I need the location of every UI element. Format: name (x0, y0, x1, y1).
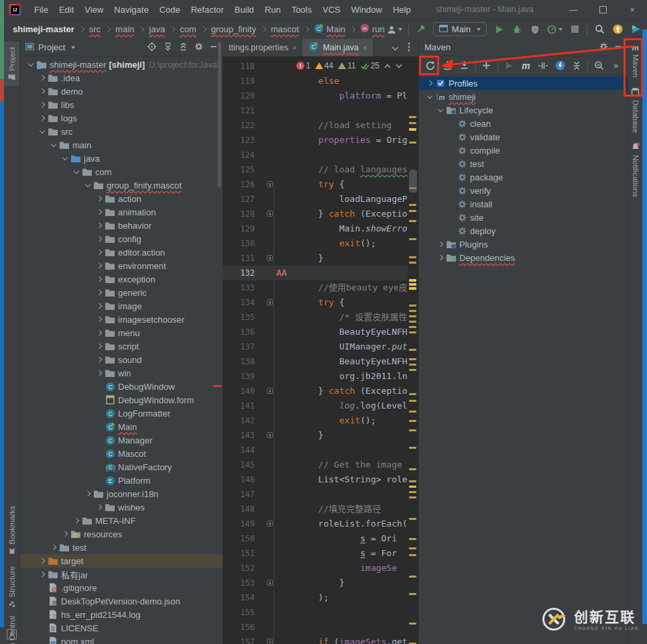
project-item-editor-action[interactable]: editor.action (20, 246, 223, 259)
project-item-wishes[interactable]: wishes (20, 500, 223, 514)
code-line-133[interactable]: 133 //使用beauty eye皮肤 (223, 280, 418, 295)
chevron-down-icon[interactable] (392, 43, 399, 53)
code-line-142[interactable]: 142 exit(); (223, 413, 418, 428)
project-item--idea[interactable]: .idea (20, 71, 223, 85)
breadcrumb-item-mascot[interactable]: mascot (269, 23, 301, 35)
tree-chevron-icon[interactable] (94, 317, 104, 321)
reload-all-maven-projects-icon[interactable] (422, 58, 438, 73)
tree-chevron-icon[interactable] (71, 170, 81, 173)
code-line-144[interactable]: 144 (223, 443, 418, 458)
plugin-logo-icon[interactable] (630, 22, 642, 37)
inspection-warning[interactable]: 44 (315, 61, 333, 70)
profiler-icon[interactable] (547, 22, 563, 37)
tree-chevron-icon[interactable] (82, 184, 93, 186)
project-item-animation[interactable]: animation (20, 205, 223, 219)
tree-chevron-icon[interactable] (424, 81, 434, 85)
tree-chevron-icon[interactable] (37, 103, 47, 107)
code-editor[interactable]: !1441125 118119 else120 platform = Plat1… (223, 56, 418, 644)
menu-item-edit[interactable]: Edit (54, 2, 79, 17)
project-item-src[interactable]: src (20, 125, 223, 138)
project-item--gitignore[interactable]: .gitignore (20, 581, 223, 594)
code-line-152[interactable]: 152 imageSe (223, 561, 418, 576)
tree-chevron-icon[interactable] (37, 130, 47, 133)
sidebar-tab-database[interactable]: Database (628, 83, 642, 138)
code-line-120[interactable]: 120 platform = Plat (223, 89, 418, 103)
project-item-platform[interactable]: EPlatform (20, 474, 223, 487)
breadcrumb-item-src[interactable]: src (87, 23, 103, 35)
build-hammer-icon[interactable] (415, 22, 427, 37)
menu-item-help[interactable]: Help (388, 2, 416, 17)
menu-item-vcs[interactable]: VCS (317, 2, 346, 17)
tree-chevron-icon[interactable] (37, 89, 47, 93)
tree-chevron-icon[interactable] (82, 492, 93, 496)
fold-end-icon[interactable]: ∧ (267, 255, 273, 261)
locate-file-icon[interactable] (147, 42, 157, 54)
tree-chevron-icon[interactable] (94, 223, 104, 227)
maven-settings-icon[interactable] (552, 58, 568, 73)
project-item-com[interactable]: com (20, 165, 223, 178)
toggle-skip-tests-icon[interactable] (535, 58, 551, 73)
tree-chevron-icon[interactable] (60, 157, 70, 160)
tree-chevron-icon[interactable] (48, 545, 58, 549)
project-item-nativefactory[interactable]: (C)NativeFactory (20, 460, 223, 474)
code-line-123[interactable]: 123 properties = Origin (223, 133, 418, 148)
execute-maven-goal-icon[interactable]: m (518, 58, 534, 73)
project-panel-title[interactable]: Project (38, 42, 65, 52)
menu-item-navigate[interactable]: Navigate (109, 2, 154, 17)
inspection-error[interactable]: !1 (296, 61, 310, 70)
tree-chevron-icon[interactable] (94, 210, 104, 214)
project-item-meta-inf[interactable]: META-INF (20, 514, 223, 527)
menu-item-code[interactable]: Code (154, 2, 186, 17)
code-line-151[interactable]: 151 s = For (223, 546, 418, 561)
add-maven-project-icon[interactable] (479, 58, 495, 73)
inspection-widget[interactable]: !1441125 (296, 59, 402, 72)
project-item-logformatter[interactable]: CLogFormatter (20, 407, 223, 420)
project-item-sound[interactable]: sound (20, 353, 223, 366)
project-item-generic[interactable]: generic (20, 286, 223, 299)
project-item-debugwindow[interactable]: CDebugWindow (20, 380, 223, 393)
maven-item-site[interactable]: site (419, 211, 628, 224)
code-line-131[interactable]: 131∧ } (223, 251, 418, 266)
code-line-150[interactable]: 150 s = Ori (223, 531, 418, 546)
project-item-action[interactable]: action (20, 192, 223, 205)
code-line-148[interactable]: 148 //填充完整路径 (223, 502, 418, 517)
tree-chevron-icon[interactable] (37, 572, 47, 576)
code-line-121[interactable]: 121 (223, 103, 418, 118)
breadcrumb-item-run[interactable]: mrun (358, 23, 387, 36)
sidebar-tab-project[interactable]: Project (4, 42, 19, 86)
code-line-139[interactable]: 139 org.jb2011.lnf (223, 369, 418, 384)
project-item-pom-xml[interactable]: mpom.xml (20, 635, 223, 644)
project-item-menu[interactable]: menu (20, 326, 223, 339)
fold-expand-icon[interactable]: ∨ (267, 299, 273, 305)
menu-item-file[interactable]: File (29, 2, 54, 17)
menu-item-run[interactable]: Run (259, 2, 286, 17)
error-stripe[interactable] (408, 74, 418, 644)
code-line-141[interactable]: 141 log.log(Level.S (223, 398, 418, 413)
project-item-environment[interactable]: environment (20, 259, 223, 272)
collapse-all-icon[interactable] (179, 42, 188, 53)
tree-chevron-icon[interactable] (94, 277, 104, 281)
more-icon[interactable]: » (608, 58, 624, 73)
search-everywhere-icon[interactable] (593, 22, 605, 37)
project-item-libs[interactable]: libs (20, 98, 223, 111)
code-line-128[interactable]: 128∧ } catch (Exception (223, 207, 418, 221)
code-line-126[interactable]: 126∨ try { (223, 177, 418, 192)
code-line-153[interactable]: 153∧ } (223, 576, 418, 590)
tree-chevron-icon[interactable] (94, 237, 104, 241)
code-line-140[interactable]: 140∨ } catch (Exception (223, 384, 418, 398)
maven-item-lifecycle[interactable]: Lifecycle (419, 103, 628, 117)
run-with-coverage-icon[interactable] (529, 22, 541, 37)
tree-chevron-icon[interactable] (435, 256, 445, 260)
project-item-java[interactable]: java (20, 152, 223, 165)
chevron-down-icon[interactable] (71, 46, 75, 49)
code-line-149[interactable]: 149∨ roleList.forEach((s (223, 517, 418, 531)
breadcrumb-item-shimeji-master[interactable]: shimeji-master (11, 23, 76, 35)
project-item-resources[interactable]: resources (20, 527, 223, 541)
user-avatar-icon[interactable] (387, 22, 402, 37)
tree-chevron-icon[interactable] (94, 290, 104, 294)
project-item-win[interactable]: win (20, 366, 223, 380)
code-line-143[interactable]: 143∧ } (223, 428, 418, 443)
breadcrumb-item-com[interactable]: com (178, 23, 198, 35)
project-item-main[interactable]: CMain (20, 420, 223, 433)
debug-button-icon[interactable] (511, 22, 523, 37)
